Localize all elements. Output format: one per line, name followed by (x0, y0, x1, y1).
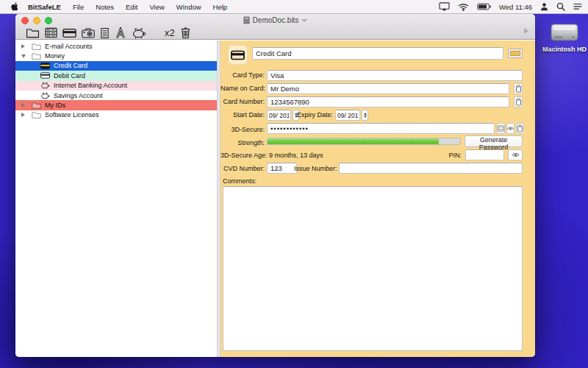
folder-toolbar-button[interactable] (26, 26, 40, 40)
menu-notes[interactable]: Notes (90, 0, 120, 14)
user-icon[interactable] (540, 2, 548, 11)
copy-icon (515, 98, 522, 106)
note-icon (100, 27, 110, 39)
expiry-date-stepper[interactable] (362, 110, 368, 121)
strength-label: Strength: (220, 139, 265, 146)
copy-name-button[interactable] (514, 83, 523, 94)
wifi-icon[interactable] (458, 3, 469, 11)
sidebar-item-credit-card[interactable]: Credit Card (15, 61, 217, 71)
folder-icon (32, 52, 42, 60)
search-icon[interactable] (556, 2, 565, 11)
eye-icon (512, 152, 520, 158)
title-bar[interactable]: DemoDoc.bits (15, 14, 535, 26)
copy-password-button[interactable] (516, 123, 524, 134)
cvd-number-input[interactable] (267, 163, 297, 174)
comments-textarea[interactable] (223, 186, 523, 351)
disclosure-collapsed-icon[interactable] (21, 103, 26, 107)
sidebar-item-internet-banking[interactable]: Internet Banking Account (15, 81, 217, 91)
password-assistant-button[interactable] (497, 123, 505, 134)
folder-icon (32, 111, 42, 118)
battery-icon[interactable] (477, 3, 491, 10)
card-number-label: Card Number: (220, 98, 265, 105)
disclosure-collapsed-icon[interactable] (21, 44, 26, 49)
trash-toolbar-button[interactable] (180, 26, 191, 40)
sidebar-item-software-licenses[interactable]: Software Licenses (15, 110, 217, 120)
duplicate-x2-button[interactable]: x2 (165, 26, 175, 40)
card-type-input[interactable] (267, 70, 523, 81)
desktop-icon-label: Macintosh HD (541, 46, 588, 53)
sidebar-item-my-ids[interactable]: My IDs (15, 100, 217, 110)
pin-input[interactable] (465, 149, 504, 160)
strength-bar (267, 138, 461, 145)
reveal-password-button[interactable] (506, 123, 514, 134)
name-on-card-input[interactable] (267, 83, 509, 94)
credit-card-icon (62, 28, 76, 38)
reveal-pin-button[interactable] (508, 149, 523, 160)
secure-age-value: 9 months, 13 days (269, 152, 323, 159)
color-swatch (510, 51, 520, 56)
pin-label: PIN: (417, 152, 462, 159)
menu-bar: BitSafeLE File Notes Edit View Window He… (0, 0, 588, 14)
menu-help[interactable]: Help (207, 0, 234, 14)
card-type-label: Card Type: (220, 71, 265, 79)
card-number-input[interactable] (267, 96, 509, 107)
folder-icon (32, 102, 42, 109)
app-menu[interactable]: BitSafeLE (22, 0, 67, 14)
toolbar-overflow-icon[interactable] (523, 27, 529, 35)
credit-card-toolbar-button[interactable] (62, 26, 76, 40)
issue-number-input[interactable] (339, 163, 523, 174)
menu-window[interactable]: Window (171, 0, 207, 14)
piggy-bank-toolbar-button[interactable] (132, 26, 146, 40)
issue-number-label: Issue Number: (294, 165, 336, 172)
camera-toolbar-button[interactable] (82, 26, 95, 40)
menu-bar-clock[interactable]: Wed 11:46 (499, 3, 532, 11)
sidebar-item-savings-account[interactable]: Savings Account (15, 91, 217, 100)
copy-icon (515, 85, 522, 93)
sidebar-tree: E-mail Accounts Money Credit Card Debit … (15, 40, 217, 357)
accounts-icon (45, 27, 57, 38)
sign-a-toolbar-button[interactable] (115, 26, 126, 40)
comments-label: Comments: (223, 177, 259, 185)
record-type-icon-button[interactable] (228, 45, 248, 65)
secure-password-input[interactable] (267, 123, 495, 134)
disclosure-collapsed-icon[interactable] (21, 113, 26, 117)
airplay-display-icon[interactable] (439, 2, 450, 11)
credit-card-icon (231, 50, 245, 60)
start-date-input[interactable] (267, 110, 291, 121)
piggy-bank-icon (40, 82, 51, 89)
sidebar-item-email-accounts[interactable]: E-mail Accounts (15, 41, 217, 51)
folder-icon (32, 43, 42, 50)
sidebar-item-debit-card[interactable]: Debit Card (15, 71, 217, 80)
credit-card-icon (40, 63, 51, 69)
window-chrome: DemoDoc.bits (15, 14, 535, 40)
generate-password-button[interactable]: Generate Password (465, 135, 523, 147)
piggy-bank-icon (132, 27, 146, 39)
menu-file[interactable]: File (67, 0, 90, 14)
sidebar-item-money[interactable]: Money (15, 51, 217, 60)
menu-edit[interactable]: Edit (120, 0, 143, 14)
abacus-icon (498, 125, 504, 132)
expiry-date-input[interactable] (335, 110, 360, 121)
piggy-bank-icon (40, 92, 51, 99)
color-well[interactable] (508, 49, 523, 58)
hard-drive-icon (549, 21, 580, 44)
desktop-icon-macintosh-hd[interactable]: Macintosh HD (541, 21, 588, 53)
accounts-toolbar-button[interactable] (45, 26, 57, 40)
notification-list-icon[interactable] (573, 3, 582, 10)
copy-number-button[interactable] (514, 96, 523, 107)
disclosure-expanded-icon[interactable] (21, 54, 26, 58)
record-title-input[interactable] (252, 47, 503, 60)
camera-icon (82, 28, 95, 38)
app-window: DemoDoc.bits (15, 14, 535, 357)
copy-icon (517, 124, 523, 132)
title-chevron-down-icon[interactable] (301, 18, 307, 22)
trash-icon (180, 26, 191, 39)
eye-icon (507, 126, 514, 131)
menu-view[interactable]: View (143, 0, 170, 14)
note-toolbar-button[interactable] (100, 26, 110, 40)
start-date-label: Start Date: (220, 111, 265, 118)
secure-label: 3D-Secure: (220, 126, 265, 133)
secure-age-label: 3D-Secure Age: (220, 152, 265, 159)
document-proxy-icon[interactable] (243, 16, 250, 24)
apple-menu-icon[interactable] (7, 1, 22, 12)
